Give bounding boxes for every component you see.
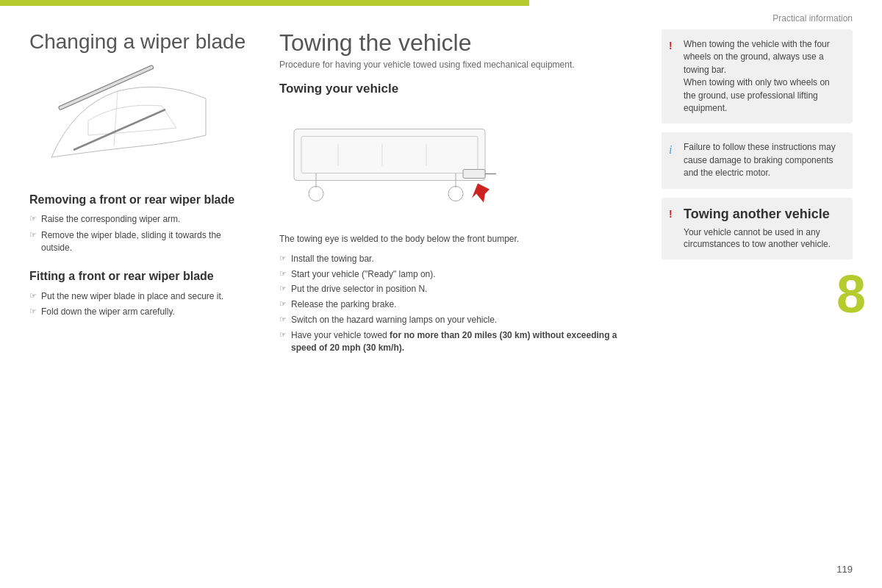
warning-text-1: When towing the vehicle with the four wh… [684,39,830,113]
left-column: Changing a wiper blade Removing a front … [29,29,265,588]
list-item: Put the new wiper blade in place and sec… [29,290,250,303]
left-title: Changing a wiper blade [29,29,250,54]
svg-line-1 [74,110,165,150]
svg-marker-14 [472,184,490,203]
towing-another-title: Towing another vehicle [684,207,842,222]
warning-icon-2: ! [669,208,673,220]
list-item: Raise the corresponding wiper arm. [29,213,250,226]
removing-list: Raise the corresponding wiper arm. Remov… [29,213,250,254]
list-item: Install the towing bar. [279,253,639,265]
section-header: Practical information [772,13,853,24]
towing-subtitle-text: Procedure for having your vehicle towed … [279,60,639,70]
list-item: Start your vehicle ("Ready" lamp on). [279,268,639,281]
warning-icon-1: ! [669,38,673,53]
list-item: Remove the wiper blade, sliding it towar… [29,229,250,254]
list-item: Switch on the hazard warning lamps on yo… [279,314,639,326]
info-text-1: Failure to follow these instructions may… [684,142,836,178]
svg-point-8 [448,187,463,201]
removing-title: Removing a front or rear wiper blade [29,193,250,208]
towing-another-box: ! Towing another vehicle Your vehicle ca… [662,198,853,260]
svg-point-6 [309,187,323,201]
list-item: Put the drive selector in position N. [279,283,639,295]
svg-rect-9 [463,170,485,179]
towing-title: Towing the vehicle [279,29,639,57]
right-column: ! When towing the vehicle with the four … [654,29,853,588]
towing-steps-list: Install the towing bar. Start your vehic… [279,253,639,354]
towing-illustration [279,105,500,223]
content-area: Changing a wiper blade Removing a front … [0,29,882,588]
info-icon-1: i [669,141,672,158]
warning-box-1: ! When towing the vehicle with the four … [662,29,853,123]
section-label: Practical information [772,13,853,24]
svg-line-0 [114,91,118,146]
list-item: Have your vehicle towed for no more than… [279,329,639,354]
list-item: Release the parking brake. [279,298,639,311]
top-bar [0,0,529,6]
towing-your-vehicle-heading: Towing your vehicle [279,82,639,96]
page-number: 119 [836,564,853,575]
list-item: Fold down the wiper arm carefully. [29,306,250,318]
info-box-1: i Failure to follow these instructions m… [662,132,853,188]
bold-prefix: Have your vehicle towed [291,330,390,340]
towing-description: The towing eye is welded to the body bel… [279,233,639,245]
wiper-illustration [29,62,220,179]
towing-another-text: Your vehicle cannot be used in any circu… [684,226,842,251]
fitting-title: Fitting a front or rear wiper blade [29,269,250,284]
fitting-list: Put the new wiper blade in place and sec… [29,290,250,319]
middle-column: Towing the vehicle Procedure for having … [265,29,654,588]
